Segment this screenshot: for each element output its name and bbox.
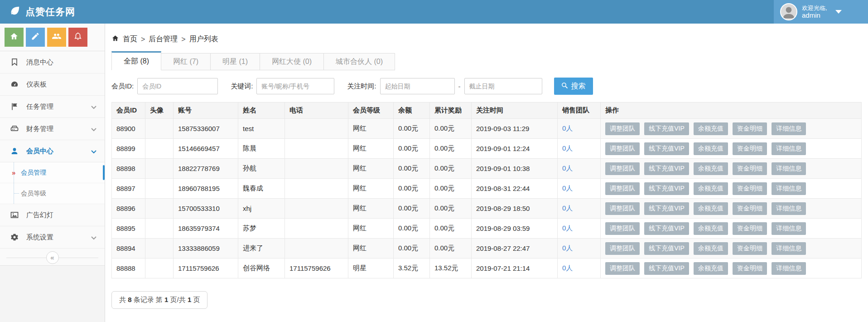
sidebar-item-settings[interactable]: 系统设置 [0,226,105,249]
search-button[interactable]: 搜索 [554,78,593,95]
balance-recharge-button[interactable]: 余额充值 [694,262,728,275]
detail-info-button[interactable]: 详细信息 [772,142,806,155]
breadcrumb-home[interactable]: 首页 [123,34,137,44]
sidebar-subitem-member-management[interactable]: » 会员管理 [0,162,105,183]
sidebar-item-dashboard[interactable]: 仪表板 [0,73,105,96]
adjust-team-button[interactable]: 调整团队 [605,142,640,155]
offline-recharge-vip-button[interactable]: 线下充值VIP [644,262,689,275]
team-link[interactable]: 0人 [562,124,573,132]
cell-balance: 0.00元 [394,139,430,159]
tab-city-partner[interactable]: 城市合伙人 (0) [324,53,395,70]
offline-recharge-vip-button[interactable]: 线下充值VIP [644,122,689,135]
breadcrumb-admin[interactable]: 后台管理 [149,34,178,44]
team-link[interactable]: 0人 [562,144,573,152]
username: admin [802,11,820,19]
tab-star[interactable]: 明星 (1) [211,53,260,70]
chevron-down-icon[interactable] [835,10,842,14]
balance-recharge-button[interactable]: 余额充值 [694,182,728,195]
team-link[interactable]: 0人 [562,264,573,272]
tab-all[interactable]: 全部 (8) [111,51,161,70]
breadcrumb-separator: > [141,35,145,44]
cell-phone [285,199,348,219]
cell-level: 网红 [348,119,394,139]
offline-recharge-vip-button[interactable]: 线下充值VIP [644,222,689,235]
offline-recharge-vip-button[interactable]: 线下充值VIP [644,162,689,175]
team-link[interactable]: 0人 [562,164,573,172]
team-link[interactable]: 0人 [562,224,573,232]
sidebar-item-tasks[interactable]: 任务管理 [0,96,105,118]
cell-level: 网红 [348,199,394,219]
adjust-team-button[interactable]: 调整团队 [605,262,640,275]
collapse-sidebar-button[interactable]: « [46,251,59,264]
keyword-input[interactable] [256,78,334,94]
offline-recharge-vip-button[interactable]: 线下充值VIP [644,202,689,215]
sidebar-item-members[interactable]: 会员中心 [0,140,105,162]
adjust-team-button[interactable]: 调整团队 [605,122,640,135]
end-date-input[interactable] [464,78,542,94]
col-actions: 操作 [601,102,862,119]
fund-details-button[interactable]: 资金明细 [733,222,767,235]
fund-details-button[interactable]: 资金明细 [733,202,767,215]
sidebar-item-messages[interactable]: 消息中心 [0,51,105,73]
detail-info-button[interactable]: 详细信息 [772,162,806,175]
detail-info-button[interactable]: 详细信息 [772,182,806,195]
storage-icon [10,124,19,133]
balance-recharge-button[interactable]: 余额充值 [694,122,728,135]
cell-balance: 0.00元 [394,159,430,179]
adjust-team-button[interactable]: 调整团队 [605,182,640,195]
home-icon [111,34,119,44]
home-button[interactable] [5,28,24,47]
edit-button[interactable] [26,28,45,47]
detail-info-button[interactable]: 详细信息 [772,242,806,255]
cell-avatar [145,139,174,159]
sidebar-subitem-label: 会员管理 [21,169,46,177]
team-link[interactable]: 0人 [562,204,573,212]
member-id-input[interactable] [137,78,218,94]
col-level: 会员等级 [348,102,394,119]
fund-details-button[interactable]: 资金明细 [733,242,767,255]
offline-recharge-vip-button[interactable]: 线下充值VIP [644,242,689,255]
cell-level: 网红 [348,139,394,159]
total-records: 8 [128,296,131,303]
notifications-button[interactable] [68,28,87,47]
balance-recharge-button[interactable]: 余额充值 [694,242,728,255]
balance-recharge-button[interactable]: 余额充值 [694,202,728,215]
user-menu[interactable]: 欢迎光临, admin [774,0,868,24]
welcome-text: 欢迎光临, admin [802,5,827,20]
team-link[interactable]: 0人 [562,184,573,192]
sidebar-item-label: 系统设置 [26,233,53,242]
tab-influencer[interactable]: 网红 (7) [161,53,211,70]
sidebar-subitem-member-levels[interactable]: 会员等级 [0,183,105,204]
team-link[interactable]: 0人 [562,244,573,252]
col-account: 账号 [174,102,238,119]
fund-details-button[interactable]: 资金明细 [733,182,767,195]
detail-info-button[interactable]: 详细信息 [772,122,806,135]
detail-info-button[interactable]: 详细信息 [772,262,806,275]
adjust-team-button[interactable]: 调整团队 [605,202,640,215]
sidebar-subitem-label: 会员等级 [21,190,46,198]
offline-recharge-vip-button[interactable]: 线下充值VIP [644,182,689,195]
balance-recharge-button[interactable]: 余额充值 [694,142,728,155]
detail-info-button[interactable]: 详细信息 [772,202,806,215]
adjust-team-button[interactable]: 调整团队 [605,222,640,235]
sidebar-menu: 消息中心 仪表板 任务管理 财务管理 会员中 [0,51,105,249]
fund-details-button[interactable]: 资金明细 [733,162,767,175]
balance-recharge-button[interactable]: 余额充值 [694,162,728,175]
sidebar-item-ads[interactable]: 广告幻灯 [0,204,105,226]
fund-details-button[interactable]: 资金明细 [733,122,767,135]
offline-recharge-vip-button[interactable]: 线下充值VIP [644,142,689,155]
fund-details-button[interactable]: 资金明细 [733,142,767,155]
sidebar-item-finance[interactable]: 财务管理 [0,118,105,140]
fund-details-button[interactable]: 资金明细 [733,262,767,275]
pencil-icon [31,32,40,43]
adjust-team-button[interactable]: 调整团队 [605,242,640,255]
tab-ambassador[interactable]: 网红大使 (0) [260,53,324,70]
start-date-input[interactable] [380,78,455,94]
adjust-team-button[interactable]: 调整团队 [605,162,640,175]
tree-dash [14,193,19,194]
balance-recharge-button[interactable]: 余额充值 [694,222,728,235]
avatar[interactable] [780,3,797,20]
detail-info-button[interactable]: 详细信息 [772,222,806,235]
sidebar-item-label: 消息中心 [26,58,53,67]
users-button[interactable] [47,28,66,47]
